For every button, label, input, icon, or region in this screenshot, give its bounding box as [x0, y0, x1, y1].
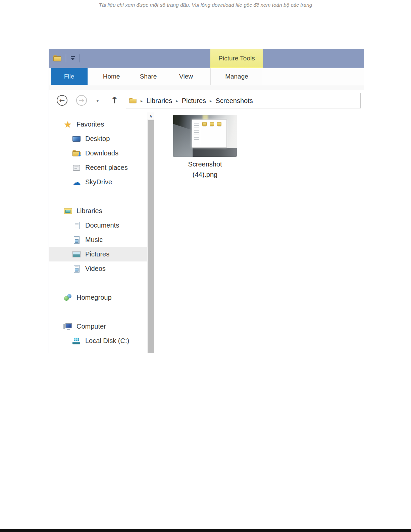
- sidebar-item-music[interactable]: Music: [49, 233, 147, 247]
- chevron-right-icon: ▸: [210, 98, 212, 103]
- address-bar-row: ← → ▾ ↑ ▸ Libraries ▸ Pictures ▸ Screens…: [49, 90, 364, 112]
- collapsed-ribbon-strip: [49, 85, 364, 90]
- local-disk-icon: [72, 338, 81, 344]
- title-bar: Picture Tools: [49, 49, 364, 68]
- sidebar-item-documents[interactable]: Documents: [49, 218, 147, 233]
- videos-icon: [74, 265, 80, 273]
- titlebar-separator: [80, 54, 80, 62]
- sidebar-item-desktop[interactable]: Desktop: [49, 132, 147, 146]
- sidebar-item-label: Libraries: [76, 207, 102, 215]
- window-folder-icon: [53, 55, 61, 61]
- sidebar-spacer: [49, 189, 147, 204]
- sidebar-item-local-disk-c[interactable]: Local Disk (C:): [49, 334, 147, 348]
- picture-tools-contextual-tab[interactable]: Picture Tools: [210, 49, 263, 68]
- back-arrow-icon: ←: [59, 97, 65, 104]
- navigation-pane: ★ Favorites Desktop ↓ Downloads Recent p…: [49, 112, 147, 353]
- thumbnail-mini-tree: [193, 121, 200, 145]
- sidebar-item-label: Documents: [85, 222, 119, 229]
- address-folder-icon: [129, 98, 136, 103]
- sidebar-item-label: Videos: [85, 265, 106, 273]
- sidebar-item-label: Recent places: [85, 164, 128, 172]
- sidebar-item-downloads[interactable]: ↓ Downloads: [49, 146, 147, 160]
- download-arrow-icon: ↓: [77, 151, 82, 158]
- scroll-up-chevron-icon: ∧: [149, 113, 153, 118]
- scrollbar-thumb[interactable]: [148, 120, 154, 353]
- file-name-line1: Screenshot: [173, 159, 237, 170]
- file-list-area: Screenshot (44).png: [154, 112, 364, 353]
- music-icon: [74, 236, 80, 244]
- forward-button[interactable]: →: [76, 95, 87, 106]
- main-area: ★ Favorites Desktop ↓ Downloads Recent p…: [49, 112, 364, 353]
- recent-locations-dropdown-icon[interactable]: ▾: [96, 98, 99, 104]
- tab-manage[interactable]: Manage: [210, 68, 263, 85]
- sidebar-item-skydrive[interactable]: ☁ SkyDrive: [49, 175, 147, 189]
- libraries-icon: [64, 208, 72, 214]
- sidebar-scrollbar[interactable]: ∧: [147, 112, 154, 353]
- file-thumbnail: [173, 115, 237, 157]
- tab-home[interactable]: Home: [93, 68, 130, 85]
- file-name-label: Screenshot (44).png: [173, 159, 237, 180]
- homegroup-icon: [63, 294, 72, 301]
- quick-access-toolbar-dropdown-icon[interactable]: [70, 56, 75, 60]
- sidebar-item-label: Computer: [76, 323, 106, 330]
- thumbnail-mini-folder-icon: [210, 122, 214, 126]
- sidebar-item-label: Local Disk (C:): [85, 337, 129, 345]
- sidebar-item-computer[interactable]: Computer: [49, 319, 147, 334]
- up-one-level-button[interactable]: ↑: [111, 94, 118, 106]
- thumbnail-mini-folder-icon: [217, 122, 221, 126]
- file-item-screenshot-44[interactable]: Screenshot (44).png: [173, 115, 237, 180]
- page-bottom-divider: [0, 529, 411, 532]
- forward-arrow-icon: →: [79, 97, 85, 104]
- back-button[interactable]: ←: [57, 95, 67, 106]
- file-name-line2: (44).png: [173, 170, 237, 180]
- thumbnail-mini-window: [192, 119, 227, 148]
- ribbon-tab-row: File Home Share View Manage: [49, 68, 364, 85]
- sidebar-item-recent-places[interactable]: Recent places: [49, 160, 147, 175]
- sidebar-item-favorites[interactable]: ★ Favorites: [49, 117, 147, 132]
- sidebar-spacer: [49, 305, 147, 319]
- tab-share[interactable]: Share: [130, 68, 167, 85]
- sidebar-item-videos[interactable]: Videos: [49, 261, 147, 276]
- preview-watermark-text: Tài liệu chỉ xem được một số trang đầu. …: [0, 2, 411, 8]
- sidebar-item-homegroup[interactable]: Homegroup: [49, 290, 147, 305]
- sidebar-item-label: Favorites: [76, 120, 104, 128]
- pictures-icon: [72, 251, 81, 257]
- chevron-right-icon: ▸: [141, 98, 143, 103]
- recent-places-icon: [73, 165, 80, 171]
- desktop-icon: [72, 136, 81, 142]
- sidebar-item-label: Downloads: [85, 149, 118, 157]
- explorer-window: Picture Tools File Home Share View Manag…: [49, 49, 364, 353]
- thumbnail-mini-folder-icon: [202, 122, 207, 126]
- tab-view[interactable]: View: [168, 68, 204, 85]
- chevron-right-icon: ▸: [176, 98, 178, 103]
- downloads-icon: ↓: [72, 150, 81, 156]
- address-bar[interactable]: ▸ Libraries ▸ Pictures ▸ Screenshots: [126, 93, 361, 108]
- thumbnail-dark-band: [193, 148, 237, 157]
- sidebar-item-pictures[interactable]: Pictures: [49, 247, 147, 261]
- favorites-star-icon: ★: [64, 120, 71, 129]
- sidebar-item-label: Homegroup: [76, 294, 112, 301]
- breadcrumb-libraries[interactable]: Libraries: [147, 97, 172, 105]
- documents-icon: [74, 222, 80, 229]
- sidebar-item-label: SkyDrive: [85, 178, 112, 186]
- sidebar-item-label: Music: [85, 236, 103, 244]
- computer-icon: [63, 323, 72, 330]
- sidebar-spacer: [49, 276, 147, 290]
- sidebar-item-libraries[interactable]: Libraries: [49, 204, 147, 218]
- breadcrumb-screenshots[interactable]: Screenshots: [216, 97, 253, 105]
- tab-file[interactable]: File: [51, 68, 88, 85]
- sidebar-item-label: Desktop: [85, 135, 110, 143]
- scrollbar-up-button[interactable]: ∧: [147, 112, 154, 119]
- titlebar-separator: [66, 54, 66, 62]
- skydrive-cloud-icon: ☁: [72, 178, 81, 187]
- sidebar-item-label: Pictures: [85, 250, 109, 258]
- breadcrumb-pictures[interactable]: Pictures: [182, 97, 206, 105]
